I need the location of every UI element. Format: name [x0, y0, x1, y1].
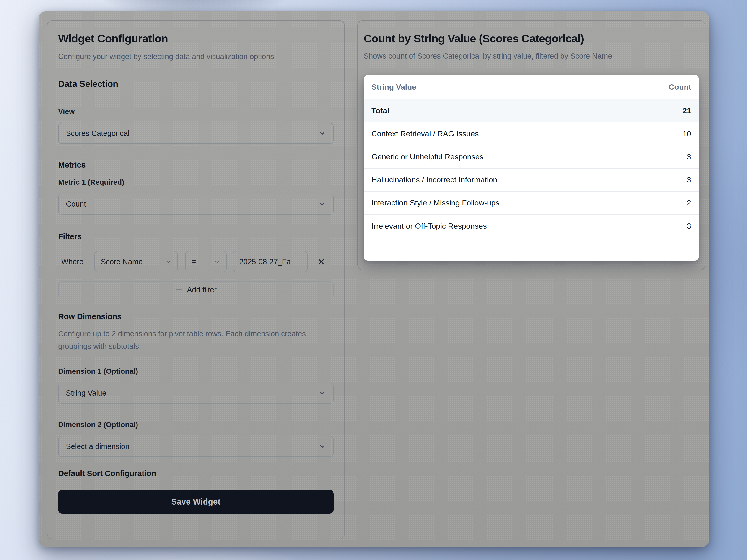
filter-operator-value: = — [191, 257, 196, 266]
preview-title: Count by String Value (Scores Categorica… — [364, 32, 699, 45]
remove-filter-button[interactable] — [315, 256, 327, 268]
filter-row: Where Score Name = 2025-08-27_Fa — [58, 251, 334, 272]
row-string-value: Context Retrieval / RAG Issues — [371, 129, 479, 138]
default-sort-heading: Default Sort Configuration — [58, 469, 334, 478]
filter-where-label: Where — [61, 257, 83, 266]
table-row: Context Retrieval / RAG Issues 10 — [364, 123, 699, 146]
table-row: Irrelevant or Off-Topic Responses 3 — [364, 214, 699, 237]
table-row: Hallucinations / Incorrect Information 3 — [364, 169, 699, 192]
metric1-select-value: Count — [66, 200, 86, 208]
metric1-label: Metric 1 (Required) — [58, 178, 334, 186]
row-string-value: Hallucinations / Incorrect Information — [371, 175, 497, 184]
table-header-row: String Value Count — [364, 75, 699, 99]
row-string-value: Generic or Unhelpful Responses — [371, 152, 483, 161]
filter-field-value: Score Name — [101, 257, 143, 266]
chevron-down-icon — [318, 389, 326, 397]
desktop-background: { "config_panel": { "title": "Widget Con… — [0, 0, 747, 560]
dimension1-label: Dimension 1 (Optional) — [58, 367, 334, 375]
table-body: Context Retrieval / RAG Issues 10 Generi… — [364, 123, 699, 237]
filter-operator-select[interactable]: = — [185, 251, 227, 272]
widget-config-dialog: Widget Configuration Configure your widg… — [39, 11, 709, 547]
config-panel-subtitle: Configure your widget by selecting data … — [58, 50, 306, 63]
row-dimensions-heading: Row Dimensions — [58, 312, 334, 321]
filter-value-text: 2025-08-27_Fa — [239, 257, 291, 266]
metric1-select[interactable]: Count — [58, 194, 334, 214]
filter-value-input[interactable]: 2025-08-27_Fa — [233, 251, 308, 272]
table-row-total: Total 21 — [364, 99, 699, 123]
row-string-value: Irrelevant or Off-Topic Responses — [371, 222, 487, 231]
preview-table: String Value Count Total 21 Context Retr… — [364, 75, 699, 261]
view-select[interactable]: Scores Categorical — [58, 123, 334, 144]
row-count: 2 — [687, 198, 691, 207]
total-label: Total — [371, 106, 389, 115]
preview-subtitle: Shows count of Scores Categorical by str… — [364, 50, 699, 62]
row-count: 3 — [687, 175, 691, 184]
widget-preview-panel: Count by String Value (Scores Categorica… — [357, 20, 705, 270]
dimension1-select-value: String Value — [66, 389, 106, 398]
row-string-value: Interaction Style / Missing Follow-ups — [371, 198, 499, 207]
column-header-string-value: String Value — [371, 82, 416, 92]
add-filter-label: Add filter — [187, 285, 216, 294]
close-icon — [317, 257, 326, 266]
dimension2-select-value: Select a dimension — [66, 442, 130, 451]
chevron-down-icon — [318, 130, 326, 137]
chevron-down-icon — [318, 443, 326, 450]
row-count: 3 — [687, 222, 691, 231]
filter-field-select[interactable]: Score Name — [95, 251, 178, 272]
table-row: Generic or Unhelpful Responses 3 — [364, 146, 699, 169]
chevron-down-icon — [318, 200, 326, 208]
view-label: View — [58, 107, 334, 116]
data-selection-heading: Data Selection — [58, 79, 334, 89]
add-filter-button[interactable]: Add filter — [58, 281, 334, 298]
save-widget-button[interactable]: Save Widget — [58, 490, 334, 514]
view-select-value: Scores Categorical — [66, 129, 130, 138]
config-panel-title: Widget Configuration — [58, 32, 334, 45]
dimension1-select[interactable]: String Value — [58, 383, 334, 404]
dimension2-select[interactable]: Select a dimension — [58, 436, 334, 457]
chevron-down-icon — [214, 259, 220, 265]
metrics-heading: Metrics — [58, 160, 334, 170]
row-count: 10 — [682, 129, 691, 138]
filters-heading: Filters — [58, 232, 334, 241]
table-row: Interaction Style / Missing Follow-ups 2 — [364, 192, 699, 214]
plus-icon — [175, 286, 183, 294]
dimension2-label: Dimension 2 (Optional) — [58, 421, 334, 429]
widget-configuration-panel: Widget Configuration Configure your widg… — [47, 20, 345, 539]
row-dimensions-description: Configure up to 2 dimensions for pivot t… — [58, 327, 334, 353]
row-count: 3 — [687, 152, 691, 161]
chevron-down-icon — [165, 259, 172, 265]
total-count: 21 — [682, 106, 691, 115]
column-header-count: Count — [669, 82, 691, 92]
